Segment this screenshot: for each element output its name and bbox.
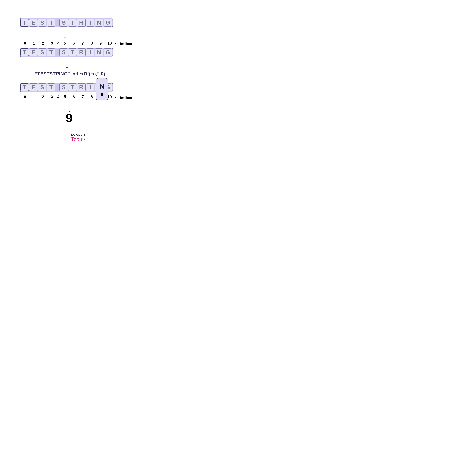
cell: S — [59, 84, 68, 91]
cell: S — [38, 84, 47, 91]
cell: T — [20, 19, 29, 27]
cell: I — [86, 49, 94, 56]
cell: I — [86, 84, 94, 91]
cell: T — [20, 84, 29, 91]
cell: T — [47, 19, 55, 27]
index-label: 10 — [105, 41, 114, 46]
index-label: 3 — [48, 41, 56, 46]
cell-space — [56, 49, 59, 56]
cell: S — [38, 49, 47, 56]
cell-space — [56, 84, 59, 91]
index-label: 7 — [78, 41, 87, 46]
cell: R — [77, 49, 85, 56]
route-seg-3 — [69, 107, 70, 111]
cell: S — [59, 49, 68, 56]
indices-row-top: 0 1 2 3 4 5 6 7 8 9 10 — [21, 41, 114, 46]
index-label: 0 — [21, 95, 30, 99]
indices-label-2: indices — [120, 95, 133, 100]
cell: S — [38, 19, 47, 27]
index-label: 2 — [38, 95, 48, 99]
result-value: 9 — [66, 111, 73, 125]
code-expression: “TESTSTRING”.indexOf(“n,”,0) — [35, 71, 105, 77]
cell-space — [56, 19, 59, 27]
cell: T — [47, 84, 55, 91]
diagram-canvas: T E S T S T R I N G 0 1 2 3 4 5 6 7 8 9 … — [0, 0, 151, 151]
cell: N — [95, 49, 103, 56]
highlight-letter: N — [99, 82, 105, 91]
index-label: 9 — [96, 41, 105, 46]
route-seg-2 — [69, 107, 102, 107]
index-label: 8 — [87, 41, 96, 46]
index-label: 2 — [38, 41, 48, 46]
index-label: 1 — [30, 41, 38, 46]
index-label: 0 — [21, 41, 30, 46]
logo-line-2: Topics — [71, 136, 85, 142]
cell: E — [29, 19, 38, 27]
indices-label-1: indices — [120, 41, 133, 46]
highlight-index: 9 — [101, 92, 103, 97]
cell: I — [86, 19, 94, 27]
cell: T — [47, 49, 55, 56]
arrow-left-indices-2 — [115, 98, 119, 98]
index-label: 3 — [48, 95, 56, 99]
index-label: 6 — [69, 95, 78, 99]
cell: E — [29, 84, 38, 91]
string-row-2: T E S T S T R I N G — [20, 48, 113, 57]
string-row-1: T E S T S T R I N G — [20, 18, 113, 27]
cell: T — [68, 49, 77, 56]
cell: T — [68, 84, 77, 91]
cell: N — [95, 19, 103, 27]
cell: R — [77, 19, 85, 27]
cell: G — [103, 49, 112, 56]
cell: E — [29, 49, 38, 56]
index-label: 5 — [60, 95, 69, 99]
index-label: 1 — [30, 95, 38, 99]
index-label: 4 — [56, 41, 60, 46]
index-label: 5 — [60, 41, 69, 46]
cell: S — [59, 19, 68, 27]
scaler-logo: SCALER Topics — [71, 133, 85, 142]
cell: G — [103, 19, 112, 27]
arrow-left-indices-1 — [115, 44, 119, 44]
arrow-down-1 — [65, 28, 65, 38]
cell: T — [68, 19, 77, 27]
index-label: 4 — [56, 95, 60, 99]
cell: R — [77, 84, 85, 91]
index-label: 7 — [78, 95, 87, 99]
highlight-cell: N 9 — [96, 78, 108, 101]
cell: T — [20, 49, 29, 56]
arrow-down-2 — [67, 58, 67, 69]
index-label: 6 — [69, 41, 78, 46]
index-label: 8 — [87, 95, 96, 99]
